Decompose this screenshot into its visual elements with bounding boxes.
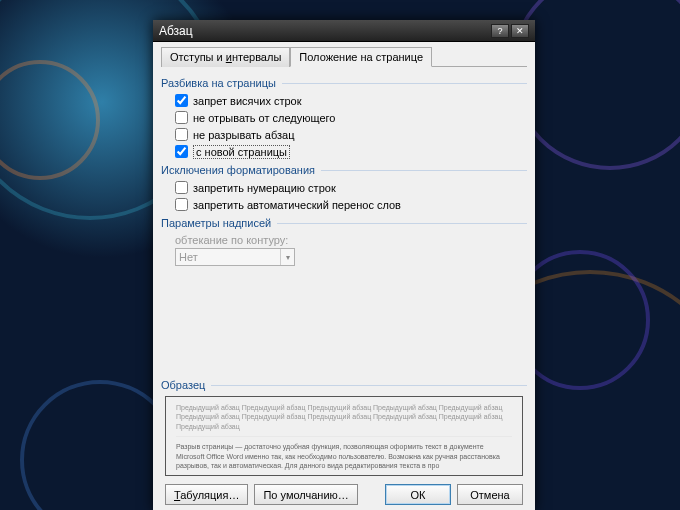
chevron-down-icon: ▾ xyxy=(280,249,294,265)
tab-position[interactable]: Положение на странице xyxy=(290,47,432,67)
checkbox-widow-control-input[interactable] xyxy=(175,94,188,107)
checkbox-keep-lines-together-input[interactable] xyxy=(175,128,188,141)
tight-wrap-label: обтекание по контуру: xyxy=(175,234,288,246)
tight-wrap-combo: Нет ▾ xyxy=(175,248,295,266)
group-textbox-options-title: Параметры надписей xyxy=(161,217,527,229)
default-button[interactable]: По умолчанию… xyxy=(254,484,357,505)
paragraph-dialog: Абзац ? ✕ Отступы и интервалы Положение … xyxy=(153,20,535,510)
preview-box: Предыдущий абзац Предыдущий абзац Предыд… xyxy=(165,396,523,476)
ok-button[interactable]: ОК xyxy=(385,484,451,505)
group-preview-title: Образец xyxy=(161,379,527,391)
checkbox-suppress-line-numbers[interactable]: запретить нумерацию строк xyxy=(175,179,527,196)
tabs-button[interactable]: Табуляция… xyxy=(165,484,248,505)
checkbox-keep-with-next[interactable]: не отрывать от следующего xyxy=(175,109,527,126)
checkbox-keep-lines-together[interactable]: не разрывать абзац xyxy=(175,126,527,143)
tab-indents[interactable]: Отступы и интервалы xyxy=(161,47,290,67)
checkbox-keep-with-next-input[interactable] xyxy=(175,111,188,124)
group-formatting-exceptions-title: Исключения форматирования xyxy=(161,164,527,176)
checkbox-widow-control[interactable]: запрет висячих строк xyxy=(175,92,527,109)
tab-strip: Отступы и интервалы Положение на страниц… xyxy=(161,47,527,67)
checkbox-suppress-hyphenation-input[interactable] xyxy=(175,198,188,211)
dialog-footer: Табуляция… По умолчанию… ОК Отмена xyxy=(161,482,527,505)
checkbox-page-break-before[interactable]: с новой страницы xyxy=(175,143,527,160)
group-pagination-title: Разбивка на страницы xyxy=(161,77,527,89)
titlebar[interactable]: Абзац ? ✕ xyxy=(153,20,535,42)
checkbox-suppress-line-numbers-input[interactable] xyxy=(175,181,188,194)
help-button[interactable]: ? xyxy=(491,24,509,38)
checkbox-suppress-hyphenation[interactable]: запретить автоматический перенос слов xyxy=(175,196,527,213)
close-button[interactable]: ✕ xyxy=(511,24,529,38)
checkbox-page-break-before-input[interactable] xyxy=(175,145,188,158)
dialog-title: Абзац xyxy=(159,24,489,38)
cancel-button[interactable]: Отмена xyxy=(457,484,523,505)
dialog-content: Отступы и интервалы Положение на страниц… xyxy=(153,42,535,510)
